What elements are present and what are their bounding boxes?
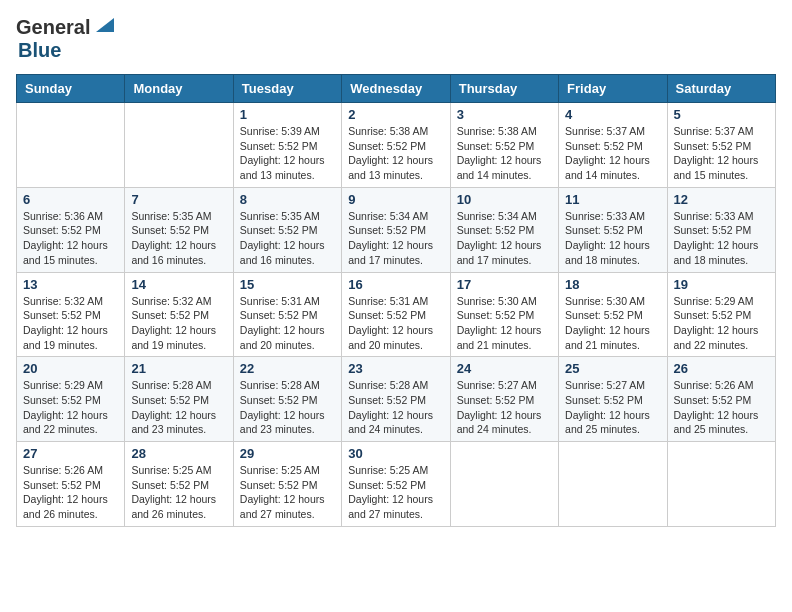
day-number: 12 [674, 192, 769, 207]
calendar-cell: 2Sunrise: 5:38 AMSunset: 5:52 PMDaylight… [342, 103, 450, 188]
day-info: Sunrise: 5:32 AMSunset: 5:52 PMDaylight:… [23, 294, 118, 353]
calendar-cell: 24Sunrise: 5:27 AMSunset: 5:52 PMDayligh… [450, 357, 558, 442]
day-number: 25 [565, 361, 660, 376]
calendar-table: SundayMondayTuesdayWednesdayThursdayFrid… [16, 74, 776, 527]
calendar-cell: 27Sunrise: 5:26 AMSunset: 5:52 PMDayligh… [17, 442, 125, 527]
day-info: Sunrise: 5:30 AMSunset: 5:52 PMDaylight:… [565, 294, 660, 353]
calendar-cell: 10Sunrise: 5:34 AMSunset: 5:52 PMDayligh… [450, 187, 558, 272]
day-header-sunday: Sunday [17, 75, 125, 103]
day-info: Sunrise: 5:36 AMSunset: 5:52 PMDaylight:… [23, 209, 118, 268]
day-info: Sunrise: 5:25 AMSunset: 5:52 PMDaylight:… [131, 463, 226, 522]
day-info: Sunrise: 5:35 AMSunset: 5:52 PMDaylight:… [131, 209, 226, 268]
day-info: Sunrise: 5:38 AMSunset: 5:52 PMDaylight:… [348, 124, 443, 183]
day-number: 10 [457, 192, 552, 207]
calendar-cell: 1Sunrise: 5:39 AMSunset: 5:52 PMDaylight… [233, 103, 341, 188]
calendar-week-1: 1Sunrise: 5:39 AMSunset: 5:52 PMDaylight… [17, 103, 776, 188]
day-number: 30 [348, 446, 443, 461]
calendar-cell: 20Sunrise: 5:29 AMSunset: 5:52 PMDayligh… [17, 357, 125, 442]
day-number: 5 [674, 107, 769, 122]
calendar-cell: 28Sunrise: 5:25 AMSunset: 5:52 PMDayligh… [125, 442, 233, 527]
day-number: 14 [131, 277, 226, 292]
calendar-cell [667, 442, 775, 527]
day-number: 29 [240, 446, 335, 461]
day-number: 27 [23, 446, 118, 461]
day-number: 18 [565, 277, 660, 292]
day-info: Sunrise: 5:35 AMSunset: 5:52 PMDaylight:… [240, 209, 335, 268]
day-info: Sunrise: 5:37 AMSunset: 5:52 PMDaylight:… [674, 124, 769, 183]
calendar-cell: 19Sunrise: 5:29 AMSunset: 5:52 PMDayligh… [667, 272, 775, 357]
day-header-tuesday: Tuesday [233, 75, 341, 103]
calendar-header-row: SundayMondayTuesdayWednesdayThursdayFrid… [17, 75, 776, 103]
day-header-wednesday: Wednesday [342, 75, 450, 103]
calendar-cell: 9Sunrise: 5:34 AMSunset: 5:52 PMDaylight… [342, 187, 450, 272]
calendar-week-5: 27Sunrise: 5:26 AMSunset: 5:52 PMDayligh… [17, 442, 776, 527]
day-number: 21 [131, 361, 226, 376]
page-header: General Blue [16, 16, 776, 62]
day-number: 2 [348, 107, 443, 122]
day-number: 16 [348, 277, 443, 292]
calendar-cell: 14Sunrise: 5:32 AMSunset: 5:52 PMDayligh… [125, 272, 233, 357]
calendar-cell [559, 442, 667, 527]
day-info: Sunrise: 5:26 AMSunset: 5:52 PMDaylight:… [23, 463, 118, 522]
day-header-monday: Monday [125, 75, 233, 103]
day-info: Sunrise: 5:32 AMSunset: 5:52 PMDaylight:… [131, 294, 226, 353]
day-info: Sunrise: 5:33 AMSunset: 5:52 PMDaylight:… [674, 209, 769, 268]
day-info: Sunrise: 5:31 AMSunset: 5:52 PMDaylight:… [348, 294, 443, 353]
day-number: 3 [457, 107, 552, 122]
day-number: 28 [131, 446, 226, 461]
day-info: Sunrise: 5:28 AMSunset: 5:52 PMDaylight:… [131, 378, 226, 437]
day-info: Sunrise: 5:29 AMSunset: 5:52 PMDaylight:… [23, 378, 118, 437]
day-number: 15 [240, 277, 335, 292]
calendar-cell: 11Sunrise: 5:33 AMSunset: 5:52 PMDayligh… [559, 187, 667, 272]
day-info: Sunrise: 5:30 AMSunset: 5:52 PMDaylight:… [457, 294, 552, 353]
day-info: Sunrise: 5:34 AMSunset: 5:52 PMDaylight:… [457, 209, 552, 268]
calendar-week-3: 13Sunrise: 5:32 AMSunset: 5:52 PMDayligh… [17, 272, 776, 357]
calendar-cell: 17Sunrise: 5:30 AMSunset: 5:52 PMDayligh… [450, 272, 558, 357]
calendar-week-2: 6Sunrise: 5:36 AMSunset: 5:52 PMDaylight… [17, 187, 776, 272]
calendar-cell: 30Sunrise: 5:25 AMSunset: 5:52 PMDayligh… [342, 442, 450, 527]
day-info: Sunrise: 5:29 AMSunset: 5:52 PMDaylight:… [674, 294, 769, 353]
calendar-cell [450, 442, 558, 527]
day-info: Sunrise: 5:37 AMSunset: 5:52 PMDaylight:… [565, 124, 660, 183]
day-number: 26 [674, 361, 769, 376]
day-info: Sunrise: 5:25 AMSunset: 5:52 PMDaylight:… [348, 463, 443, 522]
calendar-cell: 6Sunrise: 5:36 AMSunset: 5:52 PMDaylight… [17, 187, 125, 272]
calendar-cell: 29Sunrise: 5:25 AMSunset: 5:52 PMDayligh… [233, 442, 341, 527]
day-info: Sunrise: 5:38 AMSunset: 5:52 PMDaylight:… [457, 124, 552, 183]
day-info: Sunrise: 5:25 AMSunset: 5:52 PMDaylight:… [240, 463, 335, 522]
calendar-cell [125, 103, 233, 188]
logo-general-text: General [16, 16, 90, 39]
calendar-cell: 13Sunrise: 5:32 AMSunset: 5:52 PMDayligh… [17, 272, 125, 357]
calendar-cell: 25Sunrise: 5:27 AMSunset: 5:52 PMDayligh… [559, 357, 667, 442]
calendar-body: 1Sunrise: 5:39 AMSunset: 5:52 PMDaylight… [17, 103, 776, 527]
calendar-cell: 23Sunrise: 5:28 AMSunset: 5:52 PMDayligh… [342, 357, 450, 442]
day-number: 11 [565, 192, 660, 207]
calendar-cell: 22Sunrise: 5:28 AMSunset: 5:52 PMDayligh… [233, 357, 341, 442]
day-number: 17 [457, 277, 552, 292]
day-info: Sunrise: 5:39 AMSunset: 5:52 PMDaylight:… [240, 124, 335, 183]
day-number: 1 [240, 107, 335, 122]
day-number: 24 [457, 361, 552, 376]
day-info: Sunrise: 5:34 AMSunset: 5:52 PMDaylight:… [348, 209, 443, 268]
day-info: Sunrise: 5:31 AMSunset: 5:52 PMDaylight:… [240, 294, 335, 353]
day-info: Sunrise: 5:28 AMSunset: 5:52 PMDaylight:… [240, 378, 335, 437]
calendar-cell [17, 103, 125, 188]
logo-icon [92, 14, 114, 36]
calendar-cell: 4Sunrise: 5:37 AMSunset: 5:52 PMDaylight… [559, 103, 667, 188]
day-number: 4 [565, 107, 660, 122]
calendar-cell: 8Sunrise: 5:35 AMSunset: 5:52 PMDaylight… [233, 187, 341, 272]
day-header-thursday: Thursday [450, 75, 558, 103]
day-info: Sunrise: 5:33 AMSunset: 5:52 PMDaylight:… [565, 209, 660, 268]
calendar-cell: 26Sunrise: 5:26 AMSunset: 5:52 PMDayligh… [667, 357, 775, 442]
calendar-cell: 7Sunrise: 5:35 AMSunset: 5:52 PMDaylight… [125, 187, 233, 272]
calendar-cell: 3Sunrise: 5:38 AMSunset: 5:52 PMDaylight… [450, 103, 558, 188]
day-number: 19 [674, 277, 769, 292]
calendar-cell: 18Sunrise: 5:30 AMSunset: 5:52 PMDayligh… [559, 272, 667, 357]
day-info: Sunrise: 5:26 AMSunset: 5:52 PMDaylight:… [674, 378, 769, 437]
calendar-cell: 15Sunrise: 5:31 AMSunset: 5:52 PMDayligh… [233, 272, 341, 357]
calendar-cell: 5Sunrise: 5:37 AMSunset: 5:52 PMDaylight… [667, 103, 775, 188]
day-number: 7 [131, 192, 226, 207]
day-number: 13 [23, 277, 118, 292]
logo: General Blue [16, 16, 114, 62]
day-number: 23 [348, 361, 443, 376]
